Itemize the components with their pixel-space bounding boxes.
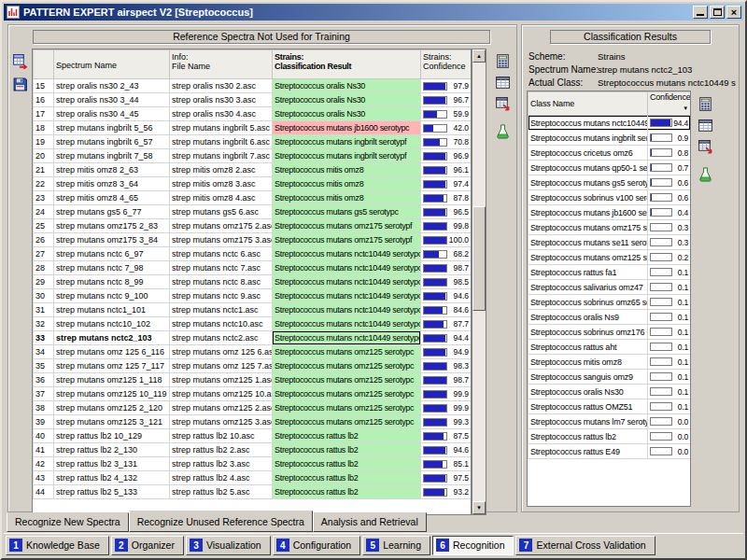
reference-row[interactable]: 23strep mitis omz8 4_65strep mitis omz8 … bbox=[34, 191, 472, 205]
classification-row[interactable]: Streptococcus sobrinus omz176 s0.1 bbox=[529, 325, 691, 340]
confidence-cell: 42.0 bbox=[421, 121, 472, 135]
classification-row[interactable]: Streptococcus sobrinus v100 sero0.6 bbox=[529, 190, 691, 205]
classification-row[interactable]: Streptococcus mutans ingbrilt ser0.9 bbox=[529, 131, 691, 146]
module-configuration[interactable]: 4Configuration bbox=[273, 536, 360, 555]
close-button[interactable]: × bbox=[726, 6, 741, 19]
reference-row[interactable]: 30strep mutans nctc 9_100strep mutans nc… bbox=[34, 289, 472, 303]
calculate-button[interactable] bbox=[493, 51, 512, 70]
reference-row[interactable]: 26strep mutans omz175 3_84strep mutans o… bbox=[34, 233, 472, 247]
classification-row[interactable]: Streptococcus rattus OMZ510.1 bbox=[529, 399, 691, 414]
reference-row[interactable]: 34strep mutans omz 125 6_116strep mutans… bbox=[34, 345, 472, 359]
classification-row[interactable]: Streptococcus mutans omz125 se0.2 bbox=[529, 250, 691, 265]
classification-row[interactable]: Streptococcus sanguis omz90.1 bbox=[529, 370, 691, 385]
export-table-button[interactable] bbox=[493, 94, 512, 113]
classification-row[interactable]: Streptococcus mutans gs5 serotyp0.6 bbox=[529, 175, 691, 190]
file-name-cell: strep mitis omz8 2.asc bbox=[170, 163, 273, 177]
module-learning[interactable]: 5Learning bbox=[362, 536, 430, 555]
reference-row[interactable]: 17strep oralis ns30 4_45strep oralis ns3… bbox=[34, 107, 472, 121]
reference-row[interactable]: 18strep mutans ingbrilt 5_56strep mutans… bbox=[34, 121, 472, 135]
col-confidence[interactable]: Strains:Confidence bbox=[421, 50, 472, 79]
classification-row[interactable]: Streptococcus mutans jb1600 ser0.4 bbox=[529, 205, 691, 220]
reference-row[interactable]: 40strep rattus lb2 10_129strep rattus lb… bbox=[34, 429, 472, 443]
reference-row[interactable]: 33strep mutans nctc2_103strep mutans nct… bbox=[34, 331, 472, 345]
classification-row[interactable]: Streptococcus mitis omz80.1 bbox=[529, 355, 691, 370]
samples-button[interactable] bbox=[493, 121, 512, 140]
col-row-number[interactable] bbox=[34, 50, 54, 79]
reference-row[interactable]: 32strep mutans nctc10_102strep mutans nc… bbox=[34, 317, 472, 331]
module-organizer[interactable]: 2Organizer bbox=[111, 536, 184, 555]
classification-row[interactable]: Streptococcus mutans nctc1044994.4 bbox=[529, 116, 691, 131]
classification-row[interactable]: Streptococcus oralis Ns90.1 bbox=[529, 310, 691, 325]
scroll-down-icon[interactable]: ▼ bbox=[472, 501, 486, 514]
classification-row[interactable]: Streptococcus mutans se11 serot0.3 bbox=[529, 235, 691, 250]
reference-row[interactable]: 29strep mutans nctc 8_99strep mutans nct… bbox=[34, 275, 472, 289]
tab-analysis-and-retrieval[interactable]: Analysis and Retrieval bbox=[313, 512, 427, 532]
reference-row[interactable]: 31strep mutans nctc1_101strep mutans nct… bbox=[34, 303, 472, 317]
reference-row[interactable]: 39strep mutans omz125 3_121strep mutans … bbox=[34, 415, 472, 429]
reference-row[interactable]: 36strep mutans omz125 1_118strep mutans … bbox=[34, 373, 472, 387]
reference-row[interactable]: 35strep mutans omz 125 7_117strep mutans… bbox=[34, 359, 472, 373]
titlebar: PATTERN EXPERT airspect V2 [Streptococcu… bbox=[4, 4, 743, 21]
reference-row[interactable]: 24strep mutans gs5 6_77strep mutans gs5 … bbox=[34, 205, 472, 219]
export-table-button[interactable] bbox=[696, 137, 714, 156]
reference-row[interactable]: 38strep mutans omz125 2_120strep mutans … bbox=[34, 401, 472, 415]
classification-row[interactable]: Streptococcus rattus lb20.0 bbox=[529, 429, 691, 444]
reference-row[interactable]: 28strep mutans nctc 7_98strep mutans nct… bbox=[34, 261, 472, 275]
tab-recognize-unused-reference-spectra[interactable]: Recognize Unused Reference Spectra bbox=[129, 511, 313, 532]
scroll-up-icon[interactable]: ▲ bbox=[472, 49, 486, 63]
module-recognition[interactable]: 6Recognition bbox=[432, 536, 514, 555]
results-table-button[interactable] bbox=[493, 73, 512, 91]
results-table-button[interactable] bbox=[696, 116, 714, 134]
file-name-cell: strep mutans omz175 3.asc bbox=[170, 233, 273, 247]
classification-row[interactable]: Streptococcus cricetus omz60.8 bbox=[529, 146, 691, 161]
reference-table-scrollbar[interactable]: ▲ ▼ bbox=[472, 49, 486, 515]
col-classification-result[interactable]: Strains:Classification Result bbox=[273, 50, 421, 79]
samples-button[interactable] bbox=[696, 164, 714, 183]
classification-row[interactable]: Streptococcus mutans lm7 serotyp0.0 bbox=[529, 414, 691, 429]
class-name-cell: Streptococcus mutans se11 serot bbox=[529, 235, 648, 250]
reference-row[interactable]: 43strep rattus lb2 4_132strep rattus lb2… bbox=[34, 471, 472, 485]
classification-row[interactable]: Streptococcus mutans omz175 se0.3 bbox=[529, 220, 691, 235]
tab-recognize-new-spectra[interactable]: Recognize New Spectra bbox=[7, 512, 129, 532]
confidence-bar bbox=[423, 222, 447, 231]
classification-row[interactable]: Streptococcus rattus E490.0 bbox=[529, 444, 691, 459]
scrollbar-thumb[interactable] bbox=[472, 206, 486, 311]
app-icon[interactable] bbox=[7, 6, 20, 19]
module-visualization[interactable]: 3Visualization bbox=[186, 536, 271, 555]
reference-row[interactable]: 19strep mutans ingbrilt 6_57strep mutans… bbox=[34, 135, 472, 149]
reference-row[interactable]: 22strep mitis omz8 3_64strep mitis omz8 … bbox=[34, 177, 472, 191]
reference-row[interactable]: 27strep mutans nctc 6_97strep mutans nct… bbox=[34, 247, 472, 261]
confidence-cell: 87.5 bbox=[421, 429, 472, 443]
classification-row[interactable]: Streptococcus rattus aht0.1 bbox=[529, 340, 691, 355]
module-external-cross-validation[interactable]: 7External Cross Validation bbox=[515, 536, 655, 555]
reference-row[interactable]: 20strep mutans ingbrilt 7_58strep mutans… bbox=[34, 149, 472, 163]
export-button[interactable] bbox=[10, 51, 29, 70]
classification-row[interactable]: Streptococcus mutans qp50-1 ser0.7 bbox=[529, 161, 691, 175]
classification-row[interactable]: Streptococcus sobrinus omz65 se0.1 bbox=[529, 295, 691, 310]
reference-row[interactable]: 25strep mutans omz175 2_83strep mutans o… bbox=[34, 219, 472, 233]
reference-row[interactable]: 42strep rattus lb2 3_131strep rattus lb2… bbox=[34, 457, 472, 471]
confidence-value: 0.7 bbox=[678, 163, 688, 173]
col-class-name[interactable]: Class Name bbox=[529, 92, 648, 116]
classification-row[interactable]: Streptococcus salivarius omz470.1 bbox=[529, 280, 691, 295]
module-knowledge-base[interactable]: 1Knowledge Base bbox=[6, 536, 109, 555]
reference-row[interactable]: 44strep rattus lb2 5_133strep rattus lb2… bbox=[34, 485, 472, 499]
confidence-cell: 96.9 bbox=[421, 149, 472, 163]
maximize-button[interactable] bbox=[710, 6, 725, 19]
col-class-confidence[interactable]: Confidence▼ bbox=[648, 92, 691, 116]
row-number-cell: 17 bbox=[34, 107, 54, 121]
col-file-name[interactable]: Info:File Name bbox=[170, 50, 273, 79]
file-name-cell: strep mutans ingbrilt 6.asc bbox=[170, 135, 273, 149]
classification-row[interactable]: Streptococcus oralis Ns300.1 bbox=[529, 385, 691, 399]
classification-row[interactable]: Streptococcus rattus fa10.1 bbox=[529, 265, 691, 280]
reference-row[interactable]: 21strep mitis omz8 2_63strep mitis omz8 … bbox=[34, 163, 472, 177]
reference-row[interactable]: 37strep mutans omz125 10_119strep mutans… bbox=[34, 387, 472, 401]
calculate-button[interactable] bbox=[696, 94, 714, 113]
reference-row[interactable]: 41strep rattus lb2 2_130strep rattus lb2… bbox=[34, 443, 472, 457]
reference-row[interactable]: 15strep oralis ns30 2_43strep oralis ns3… bbox=[34, 79, 472, 93]
reference-row[interactable]: 16strep oralis ns30 3_44strep oralis ns3… bbox=[34, 93, 472, 107]
col-spectrum-name[interactable]: Spectrum Name bbox=[54, 50, 170, 79]
confidence-value: 85.1 bbox=[453, 459, 469, 469]
save-button[interactable] bbox=[10, 75, 29, 93]
minimize-button[interactable] bbox=[693, 6, 708, 19]
